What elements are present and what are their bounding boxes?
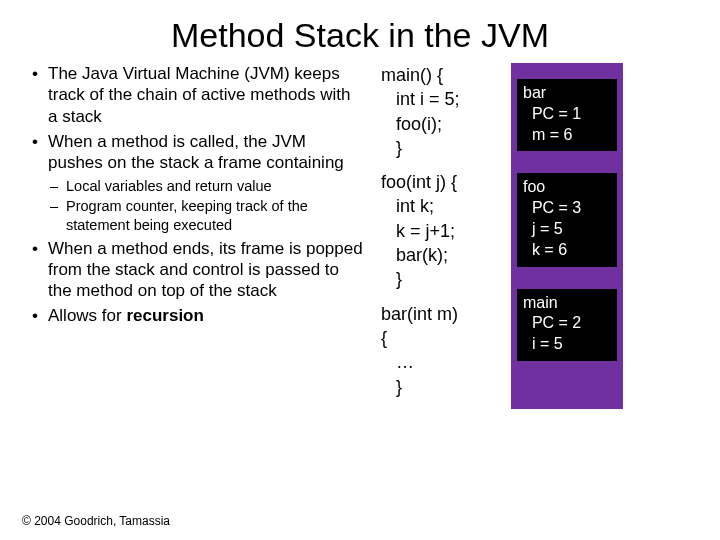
bullet-1: The Java Virtual Machine (JVM) keeps tra… <box>28 63 363 127</box>
stack-column: bar PC = 1 m = 6 foo PC = 3 j = 5 k = 6 … <box>511 63 623 409</box>
code-foo: foo(int j) { int k; k = j+1; bar(k); } <box>381 170 501 291</box>
subbullet-2: Program counter, keeping track of the st… <box>48 197 363 233</box>
code-column: main() { int i = 5; foo(i); } foo(int j)… <box>381 63 501 409</box>
frame-main: main PC = 2 i = 5 <box>517 289 617 361</box>
code-main: main() { int i = 5; foo(i); } <box>381 63 501 160</box>
bullet-4: Allows for recursion <box>28 305 363 326</box>
diagram-column: main() { int i = 5; foo(i); } foo(int j)… <box>363 63 700 409</box>
frame-foo: foo PC = 3 j = 5 k = 6 <box>517 173 617 266</box>
subbullet-1: Local variables and return value <box>48 177 363 195</box>
bullet-3: When a method ends, its frame is popped … <box>28 238 363 302</box>
slide-title: Method Stack in the JVM <box>0 0 720 63</box>
bullet-2: When a method is called, the JVM pushes … <box>28 131 363 234</box>
bullet-2-text: When a method is called, the JVM pushes … <box>48 132 344 172</box>
bullet-4-prefix: Allows for <box>48 306 126 325</box>
bullet-column: The Java Virtual Machine (JVM) keeps tra… <box>28 63 363 409</box>
bullet-4-bold: recursion <box>126 306 203 325</box>
frame-bar: bar PC = 1 m = 6 <box>517 79 617 151</box>
content-area: The Java Virtual Machine (JVM) keeps tra… <box>0 63 720 409</box>
code-bar: bar(int m) { … } <box>381 302 501 399</box>
copyright: © 2004 Goodrich, Tamassia <box>22 514 170 528</box>
